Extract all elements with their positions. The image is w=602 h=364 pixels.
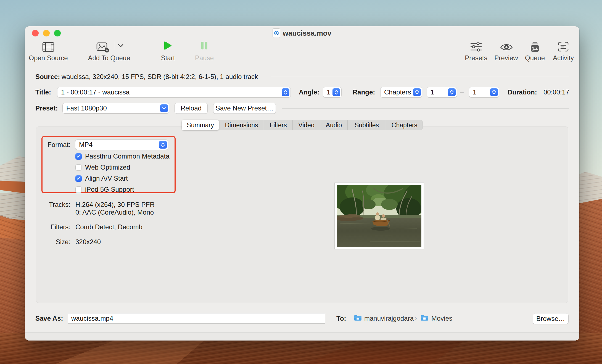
- presets-sliders-icon: [470, 41, 482, 52]
- stepper-icon: [159, 141, 167, 149]
- size-value: 320x240: [75, 238, 101, 246]
- preset-popup[interactable]: Fast 1080p30: [63, 103, 169, 113]
- tab-audio[interactable]: Audio: [320, 120, 347, 130]
- activity-log-icon: [558, 41, 569, 52]
- range-separator: –: [460, 88, 464, 96]
- tab-subtitles[interactable]: Subtitles: [347, 120, 386, 130]
- start-icon: [164, 41, 172, 50]
- checkbox-row: ✓ Web Optimized: [75, 163, 130, 172]
- range-type-value: Chapters: [384, 88, 411, 96]
- range-start-value: 1: [431, 88, 434, 96]
- format-popup-value: MP4: [79, 141, 93, 149]
- home-folder-icon: [354, 315, 362, 321]
- tab-chapters[interactable]: Chapters: [386, 120, 423, 130]
- range-type-popup[interactable]: Chapters: [381, 87, 422, 97]
- size-label: Size:: [36, 238, 70, 246]
- filters-label: Filters:: [36, 223, 70, 231]
- tab-summary[interactable]: Summary: [182, 120, 219, 130]
- tracks-line2: 0: AAC (CoreAudio), Mono: [75, 208, 154, 217]
- checkbox-label: Web Optimized: [85, 163, 130, 171]
- breadcrumb-separator: ›: [415, 314, 417, 323]
- preset-divider-line: [282, 108, 569, 109]
- source-value: waucissa, 320x240, 15 FPS, SDR (8-bit 4:…: [62, 73, 258, 81]
- reload-button[interactable]: Reload: [175, 103, 207, 114]
- stepper-icon: [413, 88, 421, 96]
- tab-filters[interactable]: Filters: [264, 120, 292, 130]
- add-to-queue-button[interactable]: Add To Queue: [81, 54, 137, 62]
- preview-image: [335, 183, 424, 249]
- tracks-line1: H.264 (x264), 30 FPS PFR: [75, 201, 155, 209]
- passthru-metadata-checkbox[interactable]: ✓: [75, 153, 82, 160]
- start-button[interactable]: Start: [149, 54, 187, 62]
- checkbox-row: ✓ Passthru Common Metadata: [75, 152, 169, 160]
- format-label: Format:: [36, 141, 70, 149]
- source-label: Source:: [35, 73, 60, 81]
- checkbox-label: iPod 5G Support: [85, 186, 134, 193]
- breadcrumb-folder-movies[interactable]: Movies: [431, 314, 452, 323]
- open-source-button[interactable]: Open Source: [28, 54, 69, 62]
- tab-dimensions[interactable]: Dimensions: [219, 120, 264, 130]
- preview-eye-icon: [500, 43, 513, 52]
- checkbox-label: Align A/V Start: [85, 175, 128, 182]
- range-label: Range:: [353, 88, 375, 96]
- breadcrumb-folder-home[interactable]: manuvirajgodara: [364, 314, 414, 323]
- range-end-popup[interactable]: 1: [469, 87, 499, 97]
- stepper-icon: [490, 88, 498, 96]
- quicktime-document-icon: [273, 29, 280, 38]
- toolbar-bottom-divider: [25, 64, 579, 64]
- angle-popup-value: 1: [327, 88, 330, 96]
- angle-popup[interactable]: 1: [323, 87, 341, 97]
- chevron-down-icon: [160, 104, 168, 112]
- format-popup[interactable]: MP4: [75, 140, 168, 150]
- align-av-start-checkbox[interactable]: ✓: [75, 175, 82, 182]
- section-tabbar: Summary Dimensions Filters Video Audio S…: [182, 120, 423, 130]
- to-label: To:: [336, 314, 346, 323]
- duration-value: 00:00:17: [543, 88, 569, 96]
- checkbox-label: Passthru Common Metadata: [85, 152, 169, 160]
- activity-button[interactable]: Activity: [543, 54, 584, 62]
- source-divider-line: [271, 77, 569, 77]
- add-to-queue-icon: [96, 41, 110, 53]
- checkbox-row: ✓ Align A/V Start: [75, 174, 128, 183]
- film-strip-icon: [42, 41, 54, 52]
- tracks-label: Tracks:: [36, 201, 70, 209]
- window-titlebar: waucissa.mov: [25, 29, 579, 38]
- ipod-5g-support-checkbox[interactable]: ✓: [75, 186, 82, 193]
- window-title: waucissa.mov: [283, 29, 331, 38]
- range-end-value: 1: [473, 88, 476, 96]
- checkbox-row: ✓ iPod 5G Support: [75, 185, 134, 194]
- range-start-popup[interactable]: 1: [427, 87, 457, 97]
- pause-icon: [201, 41, 208, 50]
- title-label: Title:: [35, 88, 51, 96]
- tab-video[interactable]: Video: [292, 120, 320, 130]
- stepper-icon: [332, 88, 340, 96]
- preset-label: Preset:: [35, 104, 58, 112]
- duration-label: Duration:: [508, 88, 537, 96]
- title-popup[interactable]: 1 - 00:00:17 - waucissa: [57, 87, 291, 97]
- filters-value: Comb Detect, Decomb: [75, 223, 142, 231]
- pause-button[interactable]: Pause: [185, 54, 224, 62]
- stepper-icon: [448, 88, 456, 96]
- movies-folder-icon: [421, 315, 428, 321]
- browse-button[interactable]: Browse…: [533, 313, 568, 324]
- save-new-preset-button[interactable]: Save New Preset…: [213, 103, 276, 114]
- angle-label: Angle:: [299, 88, 320, 96]
- save-as-input[interactable]: [68, 313, 325, 324]
- toolbar-divider: [114, 41, 114, 50]
- queue-stack-icon: [529, 41, 540, 52]
- desktop: waucissa.mov Open Source Add To Queue: [0, 0, 602, 364]
- window-footer: [25, 333, 579, 341]
- stepper-icon: [282, 88, 289, 96]
- web-optimized-checkbox[interactable]: ✓: [75, 164, 82, 171]
- handbrake-window: waucissa.mov Open Source Add To Queue: [25, 26, 579, 341]
- title-popup-value: 1 - 00:00:17 - waucissa: [61, 88, 130, 96]
- chevron-down-icon[interactable]: [118, 44, 124, 48]
- save-as-label: Save As:: [35, 314, 63, 323]
- preset-popup-value: Fast 1080p30: [66, 104, 107, 112]
